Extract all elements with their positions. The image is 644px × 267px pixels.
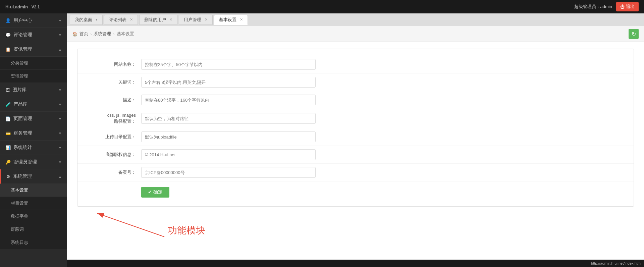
tab-comment-list[interactable]: 评论列表 ✕ [104,15,138,25]
sidebar-label-news-mgr: 资讯管理 [13,46,32,52]
user-label: 超级管理员：admin [574,4,612,10]
sidebar-item-system-mgr[interactable]: 系统管理 ▲ [0,169,67,184]
sidebar-item-article-mgr[interactable]: 资讯管理 [0,70,67,83]
input-copyright[interactable] [141,149,316,160]
system-icon [6,174,10,179]
image-icon [5,87,10,93]
close-icon[interactable]: ✕ [240,17,243,22]
chevron-down-icon: ▼ [58,19,62,22]
version-text: V2.1 [32,5,40,9]
form-row-upload-dir: 上传目录配置： [77,128,634,146]
sidebar-item-comment-mgr[interactable]: 评论管理 ▼ [0,28,67,42]
sidebar: 用户中心 ▼ 评论管理 ▼ 资讯管理 ▲ 分类管理 资讯管理 [0,13,67,267]
sidebar-item-basic-settings[interactable]: 基本设置 [0,184,67,197]
input-site-name[interactable] [141,59,316,70]
input-description[interactable] [141,95,316,105]
tabs-bar: 我的桌面 ▾ 评论列表 ✕ 删除的用户 ✕ 用户管理 ✕ 基本设置 ✕ [67,13,644,26]
breadcrumb-system-mgr[interactable]: 系统管理 [94,31,111,37]
sidebar-label-system-mgr: 系统管理 [13,173,32,179]
tab-label: 用户管理 [184,17,201,23]
header: H-ui.admin V2.1 超级管理员：admin ⏻ 退出 [0,0,644,13]
input-icp[interactable] [141,167,316,178]
chevron-down-icon: ▼ [58,160,62,164]
sidebar-item-image-lib[interactable]: 图片库 ▼ [0,83,67,97]
close-icon[interactable]: ✕ [205,17,208,22]
sidebar-label-image-lib: 图片库 [12,87,26,93]
news-submenu: 分类管理 资讯管理 [0,57,67,83]
sidebar-label-comment-mgr: 评论管理 [13,32,32,38]
breadcrumb-sep2: › [113,32,114,37]
tab-my-desktop[interactable]: 我的桌面 ▾ [70,15,103,25]
logo: H-ui.admin V2.1 [5,4,40,10]
sidebar-label-admin-mgr: 管理员管理 [13,159,37,165]
chevron-down-icon: ▼ [58,131,62,135]
form-row-site-name: 网站名称： [77,56,634,73]
home-icon [72,32,77,37]
label-description: 描述： [88,97,141,103]
refresh-button[interactable]: ↻ [629,29,639,39]
submit-button[interactable]: ✔ 确定 [141,187,169,198]
sidebar-item-admin-mgr[interactable]: 管理员管理 ▼ [0,155,67,169]
sidebar-item-user-center[interactable]: 用户中心 ▼ [0,13,67,28]
svg-line-1 [97,213,164,237]
sidebar-label-product-lib: 产品库 [13,101,28,107]
tab-label: 评论列表 [109,17,126,23]
form-row-description: 描述： [77,91,634,109]
breadcrumb-bar: 首页 › 系统管理 › 基本设置 ↻ [67,26,644,42]
main-content: 我的桌面 ▾ 评论列表 ✕ 删除的用户 ✕ 用户管理 ✕ 基本设置 ✕ [67,13,644,267]
tab-user-mgr[interactable]: 用户管理 ✕ [179,15,213,25]
annotation-text: 功能模块 [168,224,205,237]
sidebar-item-system-log[interactable]: 系统日志 [0,236,67,249]
label-icp: 备案号： [88,169,141,175]
tab-deleted-users[interactable]: 删除的用户 ✕ [139,15,177,25]
breadcrumb-home[interactable]: 首页 [79,31,88,37]
tab-label: 我的桌面 [75,17,92,23]
sidebar-item-data-dict[interactable]: 数据字典 [0,210,67,223]
url-display: http://admin.h-ui.net/index.htm [591,261,641,265]
label-upload-dir: 上传目录配置： [88,134,141,140]
news-icon [5,47,11,52]
comment-icon [5,32,11,38]
form-panel: 网站名称： 关键词： 描述： css, js, images路径配置： [77,49,634,207]
power-icon: ⏻ [620,4,625,9]
sidebar-item-finance-mgr[interactable]: 财务管理 ▼ [0,126,67,141]
chevron-up-icon: ▲ [58,175,62,178]
close-icon: ▾ [96,17,98,22]
input-css-js[interactable] [141,113,316,124]
input-upload-dir[interactable] [141,131,316,142]
chevron-down-icon: ▼ [58,103,62,106]
sidebar-item-news-mgr[interactable]: 资讯管理 ▲ [0,42,67,57]
close-icon[interactable]: ✕ [130,17,133,22]
label-keywords: 关键词： [88,79,141,85]
logout-label: 退出 [626,4,635,10]
breadcrumb-sep1: › [90,32,92,37]
close-icon[interactable]: ✕ [169,17,172,22]
system-submenu: 基本设置 栏目设置 数据字典 屏蔽词 系统日志 [0,184,67,249]
form-row-keywords: 关键词： [77,73,634,91]
sidebar-item-column-settings[interactable]: 栏目设置 [0,197,67,210]
sidebar-label-finance-mgr: 财务管理 [13,130,32,136]
label-css-js: css, js, images路径配置： [88,112,141,124]
refresh-icon: ↻ [632,31,636,37]
sidebar-item-system-stats[interactable]: 系统统计 ▼ [0,141,67,155]
admin-icon [5,159,11,165]
sidebar-label-system-stats: 系统统计 [13,145,32,151]
sidebar-item-blocked-words[interactable]: 屏蔽词 [0,223,67,236]
form-submit-row: ✔ 确定 [77,181,634,200]
bottom-bar: http://admin.h-ui.net/index.htm [67,260,644,267]
chevron-up-icon: ▲ [58,48,62,51]
breadcrumb: 首页 › 系统管理 › 基本设置 [72,31,134,37]
chevron-down-icon: ▼ [58,33,62,37]
annotation-area: 功能模块 [77,207,634,244]
tab-basic-settings[interactable]: 基本设置 ✕ [214,15,248,25]
finance-icon [5,130,11,136]
form-row-css-js: css, js, images路径配置： [77,109,634,128]
sidebar-label-page-mgr: 页面管理 [13,116,32,122]
sidebar-item-page-mgr[interactable]: 页面管理 ▼ [0,112,67,126]
sidebar-item-category-mgr[interactable]: 分类管理 [0,57,67,70]
input-keywords[interactable] [141,77,316,88]
header-right: 超级管理员：admin ⏻ 退出 [574,2,639,11]
sidebar-label-user-center: 用户中心 [13,17,32,23]
logout-button[interactable]: ⏻ 退出 [616,2,639,11]
sidebar-item-product-lib[interactable]: 产品库 ▼ [0,97,67,112]
